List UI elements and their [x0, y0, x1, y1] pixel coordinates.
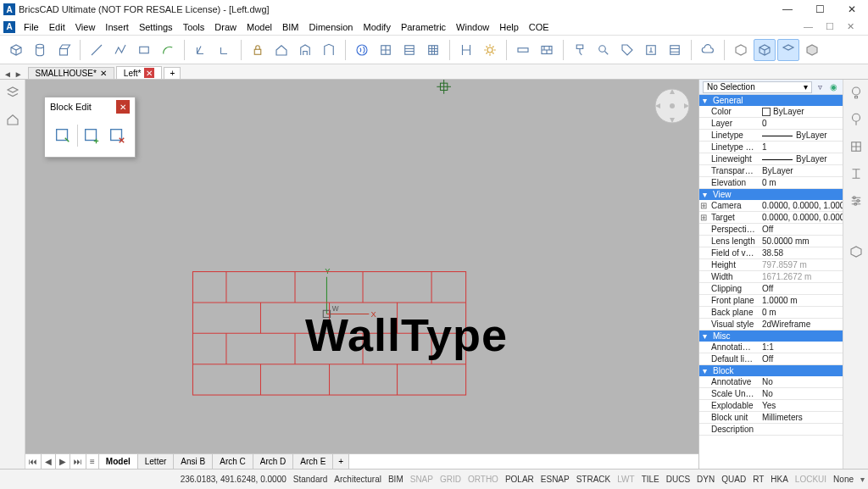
- status-toggle-polar[interactable]: POLAR: [502, 475, 537, 484]
- window-maximize[interactable]: ☐: [804, 0, 836, 19]
- prop-value[interactable]: 797.8597 m: [759, 259, 843, 270]
- tool-wall-icon[interactable]: [536, 39, 558, 61]
- prop-row[interactable]: ExplodableYes: [699, 400, 843, 412]
- tool-paint-icon[interactable]: [569, 39, 591, 61]
- tool-extrude-icon[interactable]: [53, 39, 75, 61]
- menu-model[interactable]: Model: [242, 20, 277, 34]
- doc-tab-smallhouse[interactable]: SMALLHOUSE* ✕: [28, 67, 114, 79]
- sheet-tab-letter[interactable]: Letter: [138, 454, 175, 469]
- prop-row[interactable]: LinetypeByLayer: [699, 130, 843, 142]
- prop-row[interactable]: PerspectiveOff: [699, 224, 843, 236]
- filter-icon[interactable]: ▿: [814, 81, 826, 93]
- prop-value[interactable]: 0 m: [759, 177, 843, 188]
- tool-arc-icon[interactable]: [157, 39, 179, 61]
- status-toggle-tile[interactable]: TILE: [638, 475, 663, 484]
- status-menu-icon[interactable]: ▾: [860, 475, 865, 484]
- menu-window[interactable]: Window: [451, 20, 494, 34]
- status-toggle-ortho[interactable]: ORTHO: [465, 475, 502, 484]
- menu-view[interactable]: View: [70, 20, 101, 34]
- tool-vs4-icon[interactable]: [801, 39, 823, 61]
- prop-row[interactable]: Lens length50.0000 mm: [699, 236, 843, 247]
- selection-dropdown[interactable]: No Selection ▾: [703, 81, 812, 93]
- sheet-nav-prev[interactable]: ◀: [42, 454, 56, 469]
- prop-value[interactable]: Millimeters: [759, 412, 843, 423]
- tool-detail-icon[interactable]: [593, 39, 615, 61]
- rail-balloon-icon[interactable]: [849, 112, 864, 131]
- tool-rect-icon[interactable]: [133, 39, 155, 61]
- prop-value[interactable]: Yes: [759, 400, 843, 411]
- sheet-nav-next[interactable]: ▶: [56, 454, 70, 469]
- sheet-nav-list[interactable]: ≡: [86, 454, 99, 469]
- prop-row[interactable]: Scale UniformlyNo: [699, 388, 843, 400]
- prop-section[interactable]: ▾View: [699, 189, 843, 200]
- prop-value[interactable]: 1: [759, 142, 843, 153]
- tool-tag-icon[interactable]: [616, 39, 638, 61]
- sheet-tab-add[interactable]: +: [333, 454, 349, 469]
- prop-value[interactable]: 50.0000 mm: [759, 236, 843, 247]
- window-close[interactable]: ✕: [836, 0, 868, 19]
- status-toggle-ducs[interactable]: DUCS: [663, 475, 693, 484]
- menu-file[interactable]: File: [19, 20, 44, 34]
- status-standard[interactable]: Standard: [290, 475, 331, 484]
- prop-value[interactable]: Off: [759, 353, 843, 364]
- menu-parametric[interactable]: Parametric: [396, 20, 451, 34]
- status-toggle-grid[interactable]: GRID: [437, 475, 465, 484]
- tool-section-icon[interactable]: [455, 39, 477, 61]
- prop-row[interactable]: Annotation scale1:1: [699, 342, 843, 353]
- status-toggle-snap[interactable]: SNAP: [407, 475, 437, 484]
- status-toggle-lwt[interactable]: LWT: [614, 475, 637, 484]
- prop-value[interactable]: ByLayer: [759, 130, 843, 141]
- prop-row[interactable]: Layer0: [699, 118, 843, 130]
- tool-sun-icon[interactable]: [479, 39, 501, 61]
- sheet-tab-archd[interactable]: Arch D: [253, 454, 294, 469]
- doc-tab-close-icon[interactable]: ✕: [100, 69, 107, 78]
- prop-row[interactable]: Front plane1.0000 m: [699, 295, 843, 307]
- prop-value[interactable]: 0 m: [759, 307, 843, 318]
- tool-line-icon[interactable]: [86, 39, 108, 61]
- prop-value[interactable]: [759, 429, 843, 431]
- tool-building-icon[interactable]: [294, 39, 316, 61]
- tool-sound-icon[interactable]: [351, 39, 373, 61]
- prop-value[interactable]: ByLayer: [759, 106, 843, 117]
- prop-row[interactable]: Height797.8597 m: [699, 259, 843, 271]
- tool-lock-icon[interactable]: [247, 39, 269, 61]
- tool-slab-icon[interactable]: [512, 39, 534, 61]
- prop-value[interactable]: 0: [759, 118, 843, 129]
- rail-grid-icon[interactable]: [849, 139, 864, 158]
- sheet-nav-last[interactable]: ⏭: [70, 454, 86, 469]
- prop-value[interactable]: 0.0000, 0.0000, 1.0000: [759, 200, 843, 211]
- prop-value[interactable]: 1:1: [759, 342, 843, 353]
- sheet-tab-arche[interactable]: Arch E: [293, 454, 333, 469]
- prop-row[interactable]: Elevation0 m: [699, 177, 843, 189]
- prop-section[interactable]: ▾Misc: [699, 331, 843, 342]
- tool-annot-icon[interactable]: [640, 39, 662, 61]
- prop-value[interactable]: No: [759, 388, 843, 399]
- status-toggle-strack[interactable]: STRACK: [573, 475, 615, 484]
- prop-row[interactable]: ⊞Camera0.0000, 0.0000, 1.0000: [699, 200, 843, 212]
- prop-value[interactable]: 38.58: [759, 247, 843, 258]
- tool-cloud-icon[interactable]: [697, 39, 719, 61]
- prop-row[interactable]: Width1671.2672 m: [699, 271, 843, 283]
- prop-row[interactable]: ⊞Target0.0000, 0.0000, 0.0000: [699, 212, 843, 224]
- app-menu-icon[interactable]: A: [3, 21, 15, 33]
- prop-row[interactable]: Default lightingOff: [699, 353, 843, 365]
- status-toggle-lockui[interactable]: LOCKUI: [792, 475, 830, 484]
- menu-insert[interactable]: Insert: [100, 20, 134, 34]
- view-compass[interactable]: [653, 86, 692, 125]
- menu-dimension[interactable]: Dimension: [304, 20, 359, 34]
- rail-cube-icon[interactable]: [849, 244, 864, 263]
- block-edit-close-icon[interactable]: ✕: [116, 100, 130, 114]
- prop-value[interactable]: ByLayer: [759, 165, 843, 176]
- prop-row[interactable]: Linetype scale1: [699, 142, 843, 153]
- rail-bulb-icon[interactable]: [849, 85, 864, 103]
- tool-house-icon[interactable]: [270, 39, 292, 61]
- tool-grid3-icon[interactable]: [422, 39, 444, 61]
- prop-section[interactable]: ▾General: [699, 95, 843, 106]
- prop-row[interactable]: LineweightByLayer: [699, 153, 843, 165]
- status-dimstyle[interactable]: Architectural: [331, 475, 385, 484]
- tool-grid2-icon[interactable]: [398, 39, 420, 61]
- menu-help[interactable]: Help: [494, 20, 524, 34]
- prop-value[interactable]: 1671.2672 m: [759, 271, 843, 282]
- tool-grid1-icon[interactable]: [375, 39, 397, 61]
- status-toggle-dyn[interactable]: DYN: [693, 475, 718, 484]
